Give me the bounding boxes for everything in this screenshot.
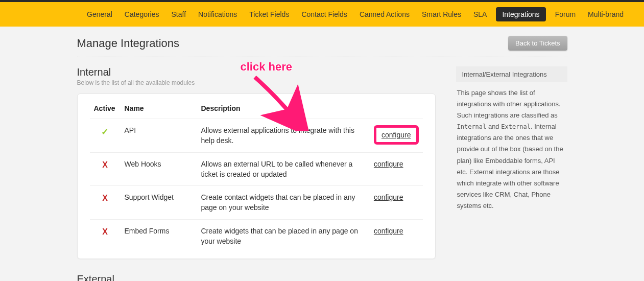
table-row: XEmbed FormsCreate widgets that can be p… — [90, 219, 423, 252]
nav-item-staff[interactable]: Staff — [165, 3, 193, 26]
nav-item-general[interactable]: General — [81, 3, 118, 26]
integration-name: Web Hooks — [121, 152, 197, 186]
main-nav: GeneralCategoriesStaffNotificationsTicke… — [0, 2, 644, 27]
sidebar-text: and — [486, 123, 501, 130]
integration-description: Allows an external URL to be called when… — [197, 152, 370, 186]
nav-item-smart-rules[interactable]: Smart Rules — [416, 3, 467, 26]
inactive-cross-icon: X — [90, 152, 121, 186]
nav-item-integrations[interactable]: Integrations — [496, 7, 545, 21]
integration-description: Create contact widgets that can be place… — [197, 186, 370, 220]
configure-link[interactable]: configure — [381, 131, 411, 139]
table-row: XSupport WidgetCreate contact widgets th… — [90, 186, 423, 220]
table-row: XWeb HooksAllows an external URL to be c… — [90, 152, 423, 186]
inactive-cross-icon: X — [90, 186, 121, 220]
active-check-icon: ✓ — [90, 119, 121, 153]
integration-description: Create widgets that can be placed in any… — [197, 219, 370, 252]
sidebar-mono-internal: Internal — [457, 123, 487, 130]
sidebar-body: This page shows the list of integrations… — [456, 87, 567, 212]
col-header-active: Active — [90, 104, 121, 119]
nav-item-categories[interactable]: Categories — [118, 3, 165, 26]
sidebar-text: This page shows the list of integrations… — [457, 89, 561, 119]
configure-cell: configure — [370, 186, 423, 220]
integration-name: Support Widget — [121, 186, 197, 220]
configure-cell: configure — [370, 119, 423, 153]
configure-cell: configure — [370, 152, 423, 186]
internal-section-subtitle: Below is the list of all the available m… — [77, 79, 436, 86]
nav-item-canned-actions[interactable]: Canned Actions — [353, 3, 416, 26]
sidebar-mono-external: External — [501, 123, 531, 130]
nav-item-notifications[interactable]: Notifications — [192, 3, 243, 26]
sidebar-title: Internal/External Integrations — [456, 66, 567, 82]
col-header-description: Description — [197, 104, 370, 119]
integration-description: Allows external applications to integrat… — [197, 119, 370, 153]
external-section-title: External — [77, 273, 436, 281]
configure-cell: configure — [370, 219, 423, 252]
back-to-tickets-button[interactable]: Back to Tickets — [508, 36, 567, 51]
internal-card: Active Name Description ✓APIAllows exter… — [77, 93, 436, 259]
col-header-name: Name — [121, 104, 197, 119]
configure-link[interactable]: configure — [374, 160, 403, 168]
internal-section-title: Internal — [77, 66, 436, 78]
integration-name: Embed Forms — [121, 219, 197, 252]
nav-item-contact-fields[interactable]: Contact Fields — [295, 3, 353, 26]
col-header-action — [370, 104, 423, 119]
highlight-box: configure — [374, 125, 419, 145]
page-header: Manage Integrations Back to Tickets — [77, 36, 567, 57]
nav-item-ticket-fields[interactable]: Ticket Fields — [243, 3, 295, 26]
table-row: ✓APIAllows external applications to inte… — [90, 119, 423, 153]
configure-link[interactable]: configure — [374, 227, 403, 235]
nav-item-multi-brand[interactable]: Multi-brand — [582, 3, 630, 26]
page-title: Manage Integrations — [77, 37, 180, 50]
configure-link[interactable]: configure — [374, 193, 403, 201]
internal-table: Active Name Description ✓APIAllows exter… — [90, 104, 423, 252]
sidebar-text: . Internal integrations are the ones tha… — [457, 123, 563, 209]
inactive-cross-icon: X — [90, 219, 121, 252]
integration-name: API — [121, 119, 197, 153]
nav-item-sla[interactable]: SLA — [467, 3, 493, 26]
nav-item-forum[interactable]: Forum — [549, 3, 582, 26]
